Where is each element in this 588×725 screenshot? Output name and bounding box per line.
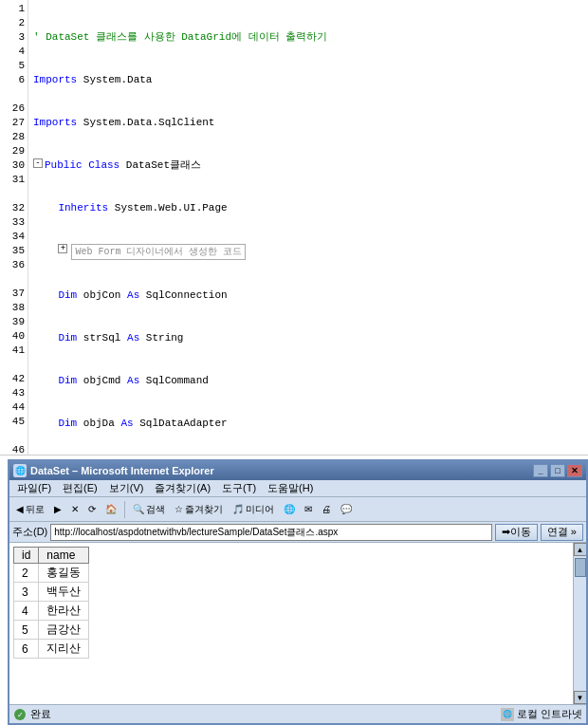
ie-scrollbar: ▲ ▼ (573, 543, 586, 704)
go-arrow-icon: ➡ (502, 526, 510, 538)
code-line-2: Imports System.Data (33, 73, 583, 87)
zone-text: 로컬 인트라넷 (517, 707, 582, 721)
cell-id: 6 (14, 640, 39, 659)
back-arrow-icon: ◀ (16, 504, 24, 514)
status-text: 완료 (30, 707, 497, 721)
globe-icon: 🌐 (284, 504, 295, 514)
code-line-6: +Web Form 디자이너에서 생성한 코드 (33, 244, 583, 260)
print-icon: 🖨 (322, 504, 331, 514)
datagrid: id name 2홍길동3백두산4한라산5금강산6지리산 (13, 547, 89, 659)
ie-content-inner: id name 2홍길동3백두산4한라산5금강산6지리산 (9, 543, 573, 704)
address-field[interactable]: http://localhost/aspdotnetwithvb/lecture… (50, 524, 492, 541)
toolbar-separator-1 (124, 501, 125, 518)
address-label: 주소(D) (12, 525, 47, 539)
code-line-29: Dim objDa As SqlDataAdapter (33, 417, 583, 431)
back-button[interactable]: ◀ 뒤로 (12, 502, 48, 517)
scroll-thumb[interactable] (575, 558, 586, 577)
code-line-5: Inherits System.Web.UI.Page (33, 201, 583, 215)
media-icon: 🎵 (232, 504, 244, 514)
ie-addressbar: 주소(D) http://localhost/aspdotnetwithvb/l… (9, 522, 586, 543)
zone-icon: 🌐 (501, 708, 514, 721)
history-button[interactable]: 🌐 (280, 503, 299, 515)
search-button[interactable]: 🔍 검색 (129, 502, 169, 517)
cell-name: 한라산 (39, 602, 89, 621)
forward-button[interactable]: ▶ (50, 503, 65, 515)
forward-arrow-icon: ▶ (54, 504, 62, 514)
cell-name: 홍길동 (39, 564, 89, 583)
cell-id: 2 (14, 564, 39, 583)
home-button[interactable]: 🏠 (101, 503, 120, 515)
link-button-label: 연결 » (547, 525, 577, 539)
code-content[interactable]: ' DataSet 클래스를 사용한 DataGrid에 데이터 출력하기 Im… (28, 0, 588, 455)
table-row: 3백두산 (14, 583, 89, 602)
col-header-name: name (39, 548, 89, 564)
media-button[interactable]: 🎵 미디어 (229, 502, 278, 517)
menu-help[interactable]: 도움말(H) (262, 480, 319, 496)
stop-button[interactable]: ✕ (67, 503, 83, 515)
address-url-text: http://localhost/aspdotnetwithvb/lecture… (54, 526, 338, 539)
status-zone: 🌐 로컬 인트라넷 (501, 707, 582, 721)
code-line-3: Imports System.Data.SqlClient (33, 116, 583, 130)
cell-name: 지리산 (39, 640, 89, 659)
refresh-button[interactable]: ⟳ (84, 503, 100, 515)
ie-titlebar-left: 🌐 DataSet – Microsoft Internet Explorer (13, 464, 214, 477)
menu-view[interactable]: 보기(V) (103, 480, 150, 496)
cell-id: 5 (14, 621, 39, 640)
code-line-4: -Public Class DataSet클래스 (33, 158, 583, 173)
svg-text:✓: ✓ (17, 711, 24, 719)
cell-id: 4 (14, 602, 39, 621)
ie-content: id name 2홍길동3백두산4한라산5금강산6지리산 ▲ ▼ (9, 543, 586, 704)
menu-edit[interactable]: 편집(E) (57, 480, 103, 496)
discuss-icon: 💬 (340, 504, 352, 514)
table-row: 4한라산 (14, 602, 89, 621)
code-line-1: ' DataSet 클래스를 사용한 DataGrid에 데이터 출력하기 (33, 30, 583, 45)
go-button[interactable]: ➡ 이동 (495, 524, 538, 541)
refresh-icon: ⟳ (88, 504, 96, 514)
code-line-26: Dim objCon As SqlConnection (33, 288, 583, 303)
datagrid-body: 2홍길동3백두산4한라산5금강산6지리산 (14, 564, 89, 659)
ie-statusbar: ✓ 완료 🌐 로컬 인트라넷 (9, 704, 586, 723)
ie-title-text: DataSet – Microsoft Internet Explorer (30, 465, 214, 476)
code-line-27: Dim strSql As String (33, 331, 583, 345)
link-button[interactable]: 연결 » (541, 524, 583, 541)
scroll-up-arrow[interactable]: ▲ (574, 543, 587, 556)
ie-toolbar: ◀ 뒤로 ▶ ✕ ⟳ 🏠 🔍 검색 ☆ 즐겨찾기 🎵 미디어 🌐 ✉ (9, 497, 586, 522)
mail-icon: ✉ (304, 504, 312, 514)
col-header-id: id (14, 548, 39, 564)
menu-favorites[interactable]: 즐겨찾기(A) (149, 480, 216, 496)
stop-icon: ✕ (71, 504, 79, 514)
go-button-label: 이동 (510, 525, 531, 539)
mail-button[interactable]: ✉ (301, 503, 316, 515)
favorites-button[interactable]: ☆ 즐겨찾기 (171, 502, 227, 517)
region-collapse-icon[interactable]: + (58, 244, 67, 253)
ie-browser-window: 🌐 DataSet – Microsoft Internet Explorer … (8, 459, 588, 725)
code-editor: 1 2 3 4 5 6 26 27 28 29 30 31 32 33 34 3… (0, 0, 588, 455)
ie-menubar: 파일(F) 편집(E) 보기(V) 즐겨찾기(A) 도구(T) 도움말(H) (9, 480, 586, 497)
code-line-28: Dim objCmd As SqlCommand (33, 374, 583, 388)
status-icon: ✓ (13, 708, 27, 721)
table-row: 6지리산 (14, 640, 89, 659)
ie-titlebar: 🌐 DataSet – Microsoft Internet Explorer … (9, 461, 586, 480)
scroll-down-arrow[interactable]: ▼ (574, 691, 587, 704)
star-icon: ☆ (175, 504, 183, 514)
search-icon: 🔍 (133, 504, 144, 514)
ie-titlebar-buttons: _ □ ✕ (533, 464, 582, 477)
ie-title-icon: 🌐 (13, 464, 27, 477)
table-row: 2홍길동 (14, 564, 89, 583)
cell-id: 3 (14, 583, 39, 602)
cell-name: 백두산 (39, 583, 89, 602)
minimize-button[interactable]: _ (533, 464, 548, 477)
close-button[interactable]: ✕ (567, 464, 582, 477)
discuss-button[interactable]: 💬 (337, 503, 356, 515)
menu-file[interactable]: 파일(F) (11, 480, 57, 496)
cell-name: 금강산 (39, 621, 89, 640)
print-button[interactable]: 🖨 (318, 503, 335, 515)
table-row: 5금강산 (14, 621, 89, 640)
home-icon: 🏠 (105, 504, 117, 514)
menu-tools[interactable]: 도구(T) (216, 480, 262, 496)
line-numbers: 1 2 3 4 5 6 26 27 28 29 30 31 32 33 34 3… (0, 0, 28, 455)
collapse-icon[interactable]: - (33, 158, 43, 168)
region-box: Web Form 디자이너에서 생성한 코드 (71, 244, 246, 260)
restore-button[interactable]: □ (550, 464, 565, 477)
